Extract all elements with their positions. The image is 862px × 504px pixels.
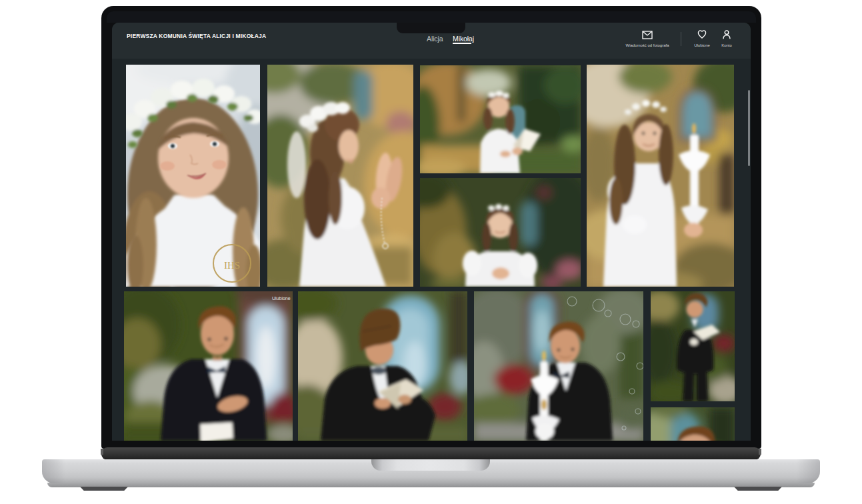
svg-text:Ulubione: Ulubione xyxy=(272,296,291,301)
svg-text:IHS: IHS xyxy=(224,260,240,271)
